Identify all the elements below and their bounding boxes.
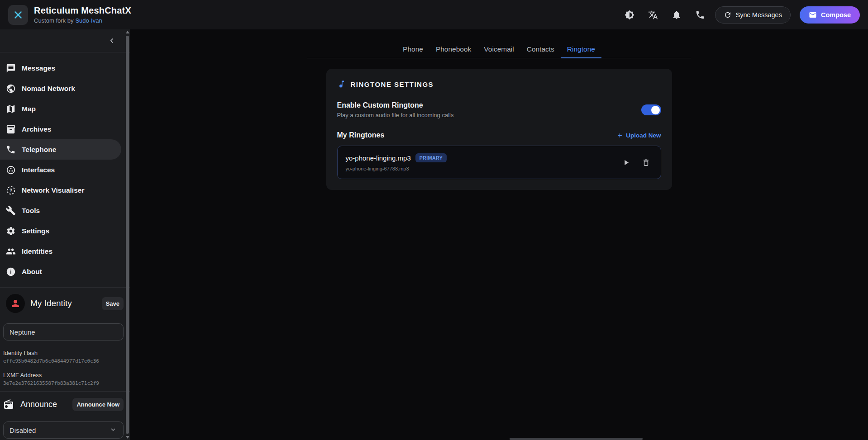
ringtone-filename: yo-phone-linging-67788.mp3	[346, 166, 447, 171]
chat-icon	[6, 63, 16, 73]
page-title: Reticulum MeshChatX	[34, 5, 131, 16]
info-icon	[6, 267, 16, 277]
sync-messages-button[interactable]: Sync Messages	[715, 6, 791, 24]
radio-icon	[3, 399, 14, 410]
sidebar-item-messages[interactable]: Messages	[0, 58, 121, 78]
announce-now-button[interactable]: Announce Now	[72, 398, 124, 411]
sidebar-top	[0, 29, 130, 52]
sidebar-nav: Messages Nomad Network Map Archives Tele…	[0, 52, 130, 282]
chevron-left-icon	[107, 36, 116, 45]
tab-ringtone[interactable]: Ringtone	[561, 41, 601, 58]
hub-icon	[6, 165, 16, 175]
refresh-icon	[724, 11, 732, 19]
identity-hash-value: effe95b0482d7b6c04844977d17e0c36	[3, 358, 124, 364]
app-logo	[8, 5, 28, 25]
ringtone-list-item[interactable]: yo-phone-linging.mp3 PRIMARY yo-phone-li…	[337, 146, 661, 179]
main-content: Phone Phonebook Voicemail Contacts Ringt…	[130, 29, 868, 440]
x-logo-icon	[13, 9, 24, 20]
wrench-icon	[6, 206, 16, 216]
fork-author-link[interactable]: Sudo-Ivan	[75, 17, 102, 24]
phone-icon	[6, 145, 16, 155]
lxmf-address-label: LXMF Address	[3, 372, 124, 378]
tab-phone[interactable]: Phone	[396, 41, 429, 58]
svg-text:?: ?	[10, 188, 12, 193]
sidebar-item-telephone[interactable]: Telephone	[0, 139, 121, 160]
ringtone-info: yo-phone-linging.mp3 PRIMARY yo-phone-li…	[346, 153, 447, 171]
tab-phonebook[interactable]: Phonebook	[429, 41, 477, 58]
sidebar-item-interfaces[interactable]: Interfaces	[0, 160, 121, 180]
compose-label: Compose	[821, 11, 851, 19]
globe-icon	[6, 84, 16, 94]
mail-icon	[809, 11, 817, 19]
sidebar-item-label: Messages	[22, 64, 55, 72]
subtitle-text: Custom fork by	[34, 17, 73, 24]
my-ringtones-row: My Ringtones Upload New	[337, 131, 661, 139]
announce-title: Announce	[20, 400, 57, 409]
sidebar-scrollbar[interactable]	[125, 29, 129, 440]
ringtone-actions	[620, 156, 653, 169]
plus-icon	[616, 132, 623, 139]
sidebar-item-label: Telephone	[22, 146, 56, 154]
play-button[interactable]	[620, 156, 633, 169]
theme-icon[interactable]	[621, 6, 638, 24]
announce-section: Announce Announce Now Disabled Last anno…	[0, 392, 130, 440]
enable-custom-ringtone-toggle[interactable]	[641, 104, 661, 115]
music-note-icon	[337, 80, 346, 89]
upload-new-button[interactable]: Upload New	[616, 132, 661, 139]
enable-custom-ringtone-row: Enable Custom Ringtone Play a custom aud…	[337, 101, 661, 118]
primary-badge: PRIMARY	[415, 153, 447, 162]
app-subtitle: Custom fork bySudo-Ivan	[34, 17, 131, 24]
people-icon	[6, 246, 16, 256]
tab-contacts[interactable]: Contacts	[520, 41, 561, 58]
ringtone-name-row: yo-phone-linging.mp3 PRIMARY	[346, 153, 447, 162]
toggle-knob	[651, 106, 660, 114]
sidebar-item-network-visualiser[interactable]: ? Network Visualiser	[0, 180, 121, 200]
translate-icon[interactable]	[644, 6, 662, 24]
avatar	[6, 294, 25, 313]
save-button[interactable]: Save	[102, 297, 124, 310]
upload-new-label: Upload New	[626, 132, 661, 139]
phone-icon[interactable]	[692, 6, 709, 24]
gear-icon	[6, 226, 16, 236]
map-icon	[6, 104, 16, 114]
tab-voicemail[interactable]: Voicemail	[477, 41, 520, 58]
sidebar-item-label: Nomad Network	[22, 85, 75, 93]
notifications-icon[interactable]	[668, 6, 685, 24]
header-actions: Sync Messages Compose	[621, 6, 860, 24]
sidebar-item-label: Map	[22, 105, 36, 113]
horizontal-scrollbar-thumb[interactable]	[510, 438, 643, 440]
collapse-sidebar-button[interactable]	[106, 35, 117, 46]
sidebar-item-label: About	[22, 268, 42, 276]
my-identity-title: My Identity	[30, 298, 72, 308]
sidebar-item-tools[interactable]: Tools	[0, 200, 121, 221]
lxmf-address-value: 3e7e2e37621635587fb83a381c71c2f9	[3, 380, 124, 386]
card-header: RINGTONE SETTINGS	[337, 80, 661, 89]
sidebar-item-label: Tools	[22, 207, 40, 215]
enable-texts: Enable Custom Ringtone Play a custom aud…	[337, 101, 454, 118]
delete-button[interactable]	[640, 156, 653, 169]
sidebar-item-label: Settings	[22, 227, 49, 235]
display-name-input[interactable]	[3, 323, 124, 341]
compose-button[interactable]: Compose	[800, 6, 860, 24]
trash-icon	[642, 158, 650, 167]
my-ringtones-title: My Ringtones	[337, 131, 385, 139]
sidebar-item-map[interactable]: Map	[0, 99, 121, 119]
sidebar-item-identities[interactable]: Identities	[0, 241, 121, 261]
sidebar-item-label: Identities	[22, 247, 52, 255]
chevron-down-icon	[109, 426, 117, 435]
scrollbar-thumb[interactable]	[126, 36, 129, 434]
sidebar-item-label: Network Visualiser	[22, 186, 84, 194]
scroll-up-arrow-icon[interactable]	[126, 31, 129, 33]
sidebar-item-about[interactable]: About	[0, 261, 121, 282]
identity-hash-label: Identity Hash	[3, 350, 124, 356]
sidebar-item-settings[interactable]: Settings	[0, 221, 121, 241]
announce-header: Announce Announce Now	[3, 397, 124, 412]
sidebar-item-archives[interactable]: Archives	[0, 119, 121, 139]
scroll-down-arrow-icon[interactable]	[126, 436, 129, 439]
announce-interval-select[interactable]: Disabled	[3, 421, 124, 439]
network-graph-icon: ?	[6, 185, 16, 195]
card-title: RINGTONE SETTINGS	[351, 80, 434, 88]
sidebar-item-nomad-network[interactable]: Nomad Network	[0, 78, 121, 99]
announce-interval-value: Disabled	[10, 426, 36, 434]
sync-messages-label: Sync Messages	[736, 11, 782, 19]
